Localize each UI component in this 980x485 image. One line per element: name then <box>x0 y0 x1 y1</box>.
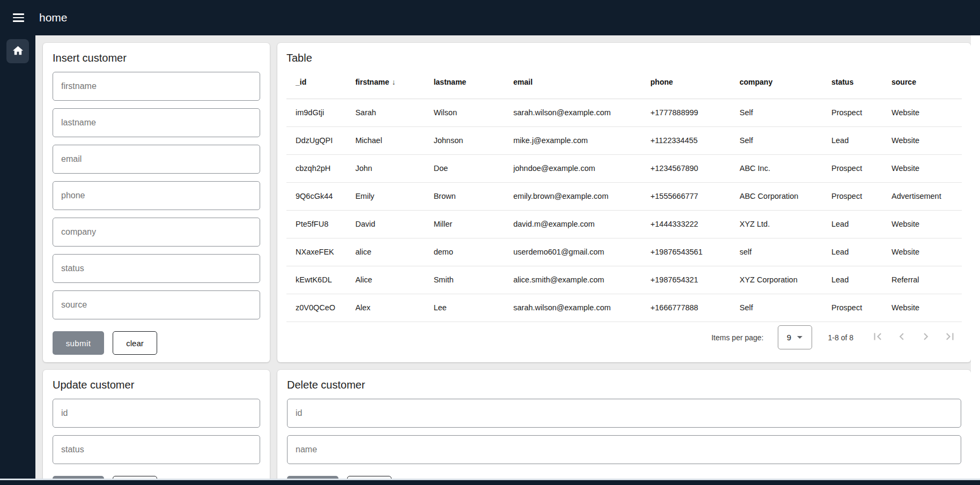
column-header-company[interactable]: company <box>740 65 831 99</box>
dropdown-caret-icon <box>797 336 802 339</box>
table-cell: Website <box>891 99 962 126</box>
table-cell: kEwtK6DL <box>286 266 355 294</box>
delete-customer-card: Delete customer submit clear <box>277 370 971 485</box>
form-field <box>53 218 260 247</box>
delete-id-input[interactable] <box>287 399 961 428</box>
table-cell: David <box>355 210 433 238</box>
form-field <box>287 435 961 464</box>
table-cell: Self <box>740 99 831 126</box>
firstname-input[interactable] <box>53 72 260 101</box>
table-cell: Website <box>891 126 962 154</box>
table-cell: Website <box>891 238 962 266</box>
last-page-button[interactable] <box>938 325 962 349</box>
table-cell: +1777888999 <box>651 99 740 126</box>
email-input[interactable] <box>53 145 260 174</box>
table-card: Table _id firstname↓ lastname email phon… <box>277 43 971 362</box>
table-cell: Johnson <box>433 126 513 154</box>
main-content: Insert customer submit clear Table <box>35 35 971 485</box>
column-header-lastname[interactable]: lastname <box>433 65 513 99</box>
table-row: kEwtK6DL Alice Smith alice.smith@example… <box>286 266 962 294</box>
column-header-id[interactable]: _id <box>286 65 355 99</box>
table-cell: XYZ Corporation <box>740 266 831 294</box>
delete-name-input[interactable] <box>287 435 961 464</box>
scrollbar-track[interactable] <box>971 35 980 485</box>
table-cell: 9Q6cGk44 <box>286 182 355 210</box>
column-header-email[interactable]: email <box>513 65 651 99</box>
table-cell: Self <box>740 294 831 322</box>
table-cell: Alex <box>355 294 433 322</box>
table-cell: +1555666777 <box>651 182 740 210</box>
items-per-page-label: Items per page: <box>711 333 763 342</box>
table-cell: z0V0QCeO <box>286 294 355 322</box>
table-cell: +1444333222 <box>651 210 740 238</box>
paginator: Items per page: 9 1-8 of 8 <box>286 322 962 353</box>
form-field <box>53 181 260 210</box>
table-cell: Prospect <box>831 154 891 182</box>
form-field <box>53 290 260 319</box>
table-row: im9dGtji Sarah Wilson sarah.wilson@examp… <box>286 99 962 126</box>
table-cell: NXaxeFEK <box>286 238 355 266</box>
table-cell: im9dGtji <box>286 99 355 126</box>
source-input[interactable] <box>53 290 260 319</box>
table-cell: Pte5fFU8 <box>286 210 355 238</box>
table-row: cbzqh2pH John Doe johndoe@example.com +1… <box>286 154 962 182</box>
form-field <box>53 72 260 101</box>
table-cell: +19876543561 <box>651 238 740 266</box>
table-cell: emily.brown@example.com <box>513 182 651 210</box>
table-cell: Smith <box>433 266 513 294</box>
table-cell: Lead <box>831 126 891 154</box>
insert-clear-button[interactable]: clear <box>113 331 157 355</box>
table-row: z0V0QCeO Alex Lee sarah.wilson@example.c… <box>286 294 962 322</box>
chevron-right-icon <box>919 330 933 345</box>
hamburger-icon <box>13 13 24 22</box>
table-cell: +1987654321 <box>651 266 740 294</box>
form-field <box>287 399 961 428</box>
form-field <box>53 145 260 174</box>
menu-button[interactable] <box>6 6 30 29</box>
table-cell: self <box>740 238 831 266</box>
form-field <box>53 435 260 464</box>
column-header-status[interactable]: status <box>831 65 891 99</box>
column-header-phone[interactable]: phone <box>651 65 740 99</box>
column-header-firstname[interactable]: firstname↓ <box>355 65 433 99</box>
table-cell: Lead <box>831 210 891 238</box>
sidebar <box>0 35 35 485</box>
sidebar-item-home[interactable] <box>6 39 29 63</box>
table-cell: demo <box>433 238 513 266</box>
form-field <box>53 108 260 137</box>
previous-page-button[interactable] <box>889 325 913 349</box>
insert-submit-button[interactable]: submit <box>53 331 104 355</box>
company-input[interactable] <box>53 218 260 247</box>
phone-input[interactable] <box>53 181 260 210</box>
first-page-button[interactable] <box>865 325 889 349</box>
table-cell: mike.j@example.com <box>513 126 651 154</box>
table-header-row: _id firstname↓ lastname email phone comp… <box>286 65 962 99</box>
form-field <box>53 254 260 283</box>
table-cell: alice <box>355 238 433 266</box>
table-row: Pte5fFU8 David Miller david.m@example.co… <box>286 210 962 238</box>
last-page-icon <box>943 330 957 345</box>
table-cell: Lead <box>831 266 891 294</box>
update-id-input[interactable] <box>53 399 260 428</box>
next-page-button[interactable] <box>913 325 938 349</box>
table-cell: Prospect <box>831 182 891 210</box>
table-cell: Miller <box>433 210 513 238</box>
update-status-input[interactable] <box>53 435 260 464</box>
table-cell: Doe <box>433 154 513 182</box>
table-cell: userdemo601@gmail.com <box>513 238 651 266</box>
table-cell: Sarah <box>355 99 433 126</box>
column-header-source[interactable]: source <box>891 65 962 99</box>
top-app-bar: home <box>0 0 980 35</box>
table-cell: Wilson <box>433 99 513 126</box>
table-cell: John <box>355 154 433 182</box>
table-cell: Website <box>891 154 962 182</box>
table-cell: Self <box>740 126 831 154</box>
page-size-select[interactable]: 9 <box>778 325 812 349</box>
table-cell: cbzqh2pH <box>286 154 355 182</box>
form-field <box>53 399 260 428</box>
lastname-input[interactable] <box>53 108 260 137</box>
table-cell: Alice <box>355 266 433 294</box>
table-cell: +1666777888 <box>651 294 740 322</box>
table-cell: alice.smith@example.com <box>513 266 651 294</box>
status-input[interactable] <box>53 254 260 283</box>
